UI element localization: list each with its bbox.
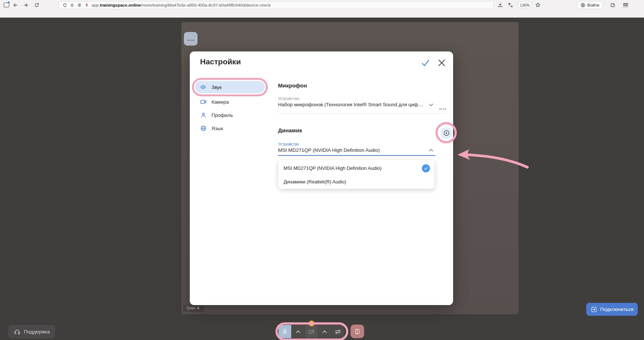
dialog-title: Настройки [200,57,241,66]
camera-options-button[interactable] [318,325,331,338]
mic-device-select[interactable]: Набор микрофонов (Технология Intel® Smar… [278,102,424,107]
browser-toolbar: app.trainingspace.online/room/training/b… [0,0,644,10]
account-icon [580,3,586,8]
speaker-device-select[interactable]: MSI MD271QP (NVIDIA High Definition Audi… [278,147,424,153]
url-text: app.trainingspace.online/room/training/b… [92,3,271,7]
headset-icon [14,328,21,335]
mic-device-label: Устройство [278,96,299,101]
device-check-stage: Олег А. Настройки Звук Камера [0,18,644,340]
forward-icon[interactable] [23,2,29,8]
globe-icon [200,125,207,132]
browser-login-button[interactable]: Войти [577,1,603,9]
chevron-up-icon [321,328,328,335]
url-domain: trainingspace.online [100,3,141,7]
menu-icon[interactable] [623,3,628,8]
camera-off-icon [308,328,315,335]
more-options-icon [187,36,194,42]
speaker-dropdown: MSI MD271QP (NVIDIA High Definition Audi… [278,160,435,189]
sidebar-item-label: Профиль [211,112,233,118]
dropdown-option-msi[interactable]: MSI MD271QP (NVIDIA High Definition Audi… [278,162,435,174]
support-label: Поддержка [24,329,50,334]
microphone-heading: Микрофон [278,82,307,89]
sidebar-item-label: Язык [211,126,223,131]
option-label: MSI MD271QP (NVIDIA High Definition Audi… [284,165,381,171]
microphone-toggle-button[interactable] [278,325,291,338]
device-settings-button[interactable] [331,325,344,338]
url-path: /room/training/bfa47b3e-a855-400a-8c97-b… [141,3,271,7]
chevron-up-icon [295,328,302,335]
application-window: app.trainingspace.online/room/training/b… [0,0,644,340]
zoom-level-indicator[interactable]: 130% [518,2,532,8]
support-button[interactable]: Поддержка [8,325,55,339]
url-bar[interactable]: app.trainingspace.online/room/training/b… [59,1,494,9]
tab-notification-dot [8,1,10,3]
connect-button[interactable]: Подключиться [586,303,638,316]
reload-icon[interactable] [34,2,40,8]
sliders-icon [334,328,341,335]
lock-icon[interactable] [70,3,74,7]
sidebar-item-profile[interactable]: Профиль [195,109,265,121]
exit-door-icon [354,328,361,335]
media-controls [278,325,344,338]
speaker-icon [200,84,207,90]
enter-icon [591,306,597,313]
permissions-icon[interactable] [77,3,82,8]
chevron-up-icon[interactable] [428,147,434,153]
close-dialog-button[interactable] [437,58,446,68]
person-icon [200,112,207,118]
shield-icon[interactable] [63,3,67,8]
test-speaker-button[interactable] [441,128,452,139]
url-prefix: app. [92,3,100,7]
connect-label: Подключиться [600,307,633,312]
sidebar-item-sound[interactable]: Звук [195,81,265,93]
speaker-device-label: Устройство [278,142,299,146]
sidebar-item-label: Камера [211,99,229,105]
camera-toggle-button[interactable] [305,325,318,338]
play-icon [443,129,450,137]
microphone-options-button[interactable] [292,325,305,338]
chevron-down-icon[interactable] [428,102,434,108]
settings-dialog: Настройки Звук Камера [190,51,453,305]
svg-text:A: A [511,5,513,8]
camera-icon [200,99,207,105]
dropdown-option-realtek[interactable]: Динамики (Realtek(R) Audio) [278,175,435,188]
login-label: Войти [587,3,599,7]
microphone-icon [281,328,288,335]
sidebar-item-language[interactable]: Язык [195,122,265,135]
mic-more-options-icon[interactable] [439,104,446,111]
camera-warning-badge: ! [309,321,314,326]
speaker-heading: Динамик [278,127,302,133]
apply-settings-button[interactable] [421,58,430,68]
tile-more-button[interactable] [184,32,198,46]
divider [278,113,447,114]
bookmarks-bar: Импорт закладок... Завершить настройку [0,10,644,18]
speaker-select-underline [278,155,435,156]
leave-room-button[interactable] [351,325,364,338]
back-icon[interactable] [13,2,18,8]
downloads-icon[interactable] [497,2,503,8]
selected-check-icon [422,164,430,172]
option-label: Динамики (Realtek(R) Audio) [284,179,346,185]
participant-name-tag: Олег А. [183,305,204,312]
sidebar-item-label: Звук [211,85,222,90]
bookmark-star-icon[interactable] [535,2,541,8]
translate-icon[interactable]: A [508,2,514,8]
firefox-view-icon[interactable] [610,2,616,8]
mic-in-use-icon[interactable] [85,3,89,8]
sidebar-item-camera[interactable]: Камера [195,96,265,108]
